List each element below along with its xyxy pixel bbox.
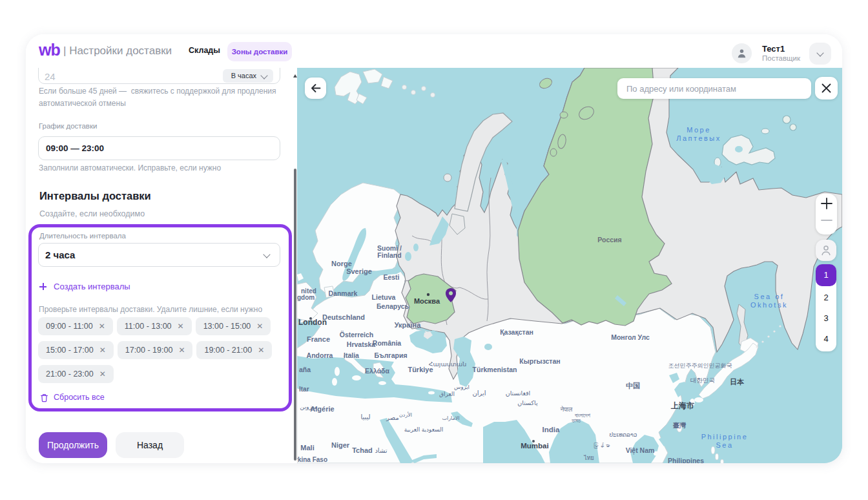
svg-text:افغانستان: افغانستان [506, 390, 531, 397]
svg-text:Philippine: Philippine [701, 433, 749, 441]
svg-text:الأردن: الأردن [399, 411, 412, 418]
svg-text:Danmark: Danmark [329, 289, 358, 297]
svg-text:România: România [373, 339, 402, 347]
svg-text:مصر: مصر [386, 414, 399, 421]
svg-text:Andorra: Andorra [307, 351, 333, 359]
svg-text:India: India [542, 426, 560, 433]
svg-text:Україна: Україна [395, 321, 422, 329]
svg-text:Mumbai: Mumbai [521, 442, 548, 450]
svg-text:Ελλάδα: Ελλάδα [365, 367, 389, 375]
svg-text:Mali: Mali [300, 444, 314, 452]
svg-text:Tchad: Tchad [352, 446, 373, 454]
svg-text:ປະເທດລາວ: ປະເທດລາວ [609, 432, 637, 438]
svg-text:대한민국: 대한민국 [690, 377, 715, 384]
svg-text:Hrvatska: Hrvatska [347, 340, 376, 348]
svg-text:Norge: Norge [331, 260, 352, 267]
svg-text:မြန်မာ: မြန်မာ [593, 443, 610, 449]
svg-text:ليبيا: ليبيا [360, 413, 370, 421]
svg-text:Türkmenistan: Türkmenistan [473, 366, 517, 373]
svg-text:Кыргызстан: Кыргызстан [519, 357, 560, 365]
svg-text:ไทย: ไทย [583, 455, 594, 461]
svg-text:Philippines: Philippines [668, 457, 704, 463]
svg-text:gdom: gdom [297, 294, 315, 301]
svg-text:Niger: Niger [331, 441, 350, 449]
svg-text:조선민주주의인민공화국: 조선민주주의인민공화국 [668, 362, 732, 369]
svg-text:上海市: 上海市 [670, 401, 694, 410]
svg-text:Sea: Sea [716, 441, 733, 449]
svg-text:Finland: Finland [377, 251, 401, 259]
svg-text:Лаптевых: Лаптевых [676, 134, 721, 142]
svg-text:Հայաստան: Հայաստան [429, 360, 466, 368]
svg-text:Sverige: Sverige [346, 267, 372, 275]
svg-text:Okhotsk: Okhotsk [750, 301, 788, 309]
svg-text:الامارات: الامارات [442, 415, 459, 421]
svg-text:Italia: Italia [344, 351, 359, 359]
svg-text:France: France [307, 335, 330, 343]
svg-text:London: London [298, 318, 327, 327]
svg-text:България: България [374, 351, 407, 359]
svg-text:Österreich: Österreich [340, 331, 374, 339]
svg-text:Беларусь: Беларусь [377, 302, 409, 310]
svg-text:ltar: ltar [299, 386, 309, 393]
svg-text:العراق: العراق [439, 391, 455, 397]
svg-text:日本: 日本 [730, 378, 745, 386]
svg-text:aña: aña [299, 366, 311, 373]
svg-text:ايروس: ايروس [454, 384, 470, 390]
svg-text:ভাৰত: ভাৰত [571, 418, 581, 424]
svg-text:Sea of: Sea of [754, 293, 785, 300]
svg-text:नेपाल: नेपाल [560, 406, 573, 413]
svg-text:Море: Море [687, 126, 711, 134]
svg-text:Deutschland: Deutschland [322, 313, 365, 321]
svg-text:Россия: Россия [597, 236, 621, 244]
svg-text:سزوين: سزوين [300, 403, 318, 410]
svg-text:rkina Faso: rkina Faso [297, 456, 327, 463]
svg-text:Lietuva: Lietuva [372, 293, 396, 301]
svg-text:Монгол Улс: Монгол Улс [611, 333, 650, 341]
svg-text:تشاد: تشاد [375, 447, 387, 454]
svg-text:臺灣: 臺灣 [673, 422, 687, 429]
svg-text:Москва: Москва [414, 297, 440, 305]
svg-text:中国: 中国 [626, 382, 640, 390]
svg-text:پاکستان: پاکستان [517, 399, 538, 406]
svg-text:السعودية العربية: السعودية العربية [404, 426, 444, 433]
svg-text:Eesti: Eesti [383, 273, 399, 281]
svg-text:Қазақстан: Қазақстан [500, 328, 533, 336]
svg-text:ايران: ايران [472, 390, 486, 397]
svg-text:Việt Nam: Việt Nam [626, 446, 655, 455]
